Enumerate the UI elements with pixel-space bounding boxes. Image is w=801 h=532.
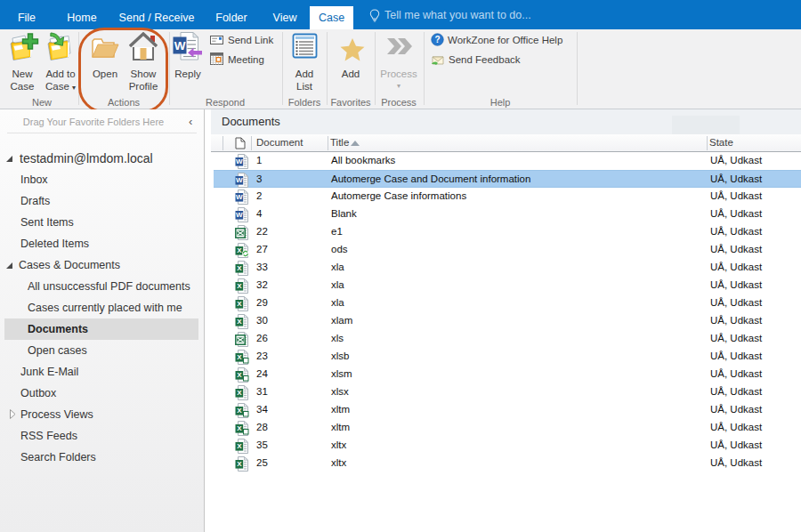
svg-text:X: X — [237, 442, 242, 450]
svg-text:X: X — [237, 264, 242, 272]
svg-text:W: W — [236, 176, 243, 184]
svg-text:W: W — [236, 211, 243, 219]
svg-text:X: X — [237, 389, 242, 397]
svg-text:W: W — [236, 157, 243, 165]
svg-text:X: X — [237, 318, 242, 326]
svg-text:X: X — [237, 371, 242, 379]
svg-text:X: X — [237, 246, 242, 254]
svg-text:W: W — [236, 193, 243, 201]
svg-text:W: W — [174, 39, 186, 52]
svg-text:X: X — [237, 282, 242, 290]
svg-text:X: X — [237, 300, 242, 308]
svg-text:X: X — [237, 353, 242, 361]
svg-text:X: X — [237, 424, 242, 432]
svg-text:X: X — [237, 407, 242, 415]
svg-text:X: X — [237, 460, 242, 468]
svg-text:?: ? — [434, 35, 440, 44]
